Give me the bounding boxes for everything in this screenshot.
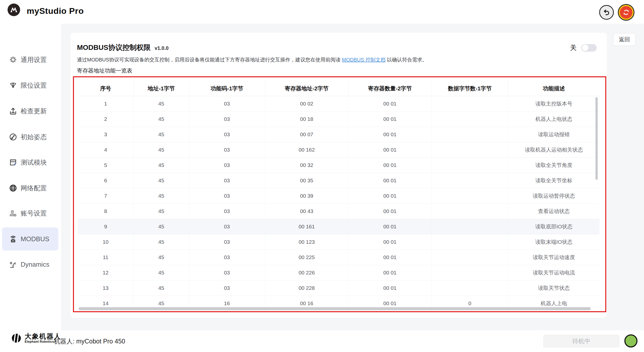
column-header: 序号 <box>78 81 134 96</box>
table-cell: 03 <box>189 142 265 158</box>
emergency-stop-button[interactable] <box>619 5 634 20</box>
table-cell: 9 <box>78 219 134 234</box>
app-window: myStudio Pro 通用设置 <box>0 0 644 352</box>
table-cell: 03 <box>189 127 265 142</box>
register-table-body: 1450300 0200 01读取主控版本号2450300 1800 01机器人… <box>78 96 599 311</box>
connection-status-indicator <box>624 334 637 347</box>
table-cell: 10 <box>78 234 134 250</box>
table-cell: 00 01 <box>348 142 431 158</box>
table-cell: 00 01 <box>348 173 431 188</box>
svg-text:TEST: TEST <box>11 160 16 163</box>
table-cell: 45 <box>134 234 189 250</box>
cell-function-description: 读取主控版本号 <box>508 96 599 112</box>
sidebar-item-limit-settings[interactable]: 限位设置 <box>0 79 61 91</box>
cell-function-description: 读取机器人运动相关状态 <box>508 142 599 158</box>
table-cell: 45 <box>134 158 189 173</box>
table-row: 6450300 3500 01读取全关节坐标 <box>78 173 599 188</box>
table-cell: 45 <box>134 219 189 234</box>
table-cell: 8 <box>78 204 134 219</box>
table-cell: 00 225 <box>265 250 348 265</box>
sidebar-item-initial-pose[interactable]: 初始姿态 <box>0 131 61 143</box>
cell-function-description: 读取全关节角度 <box>508 158 599 173</box>
modbus-enable-toggle[interactable] <box>581 44 597 52</box>
sidebar-item-network-config[interactable]: 网络配置 <box>0 182 61 194</box>
sidebar-item-check-update[interactable]: 检查更新 <box>0 105 61 117</box>
table-cell <box>431 96 508 112</box>
table-row: 4450300 16200 01读取机器人运动相关状态 <box>78 142 599 158</box>
cell-function-description: 查看运动状态 <box>508 204 599 219</box>
top-bar: myStudio Pro <box>0 0 644 24</box>
table-cell: 03 <box>189 219 265 234</box>
column-header: 数据字节数-1字节 <box>431 81 508 96</box>
table-cell: 45 <box>134 173 189 188</box>
table-row: 7450300 3900 01读取运动暂停状态 <box>78 188 599 204</box>
table-cell: 03 <box>189 96 265 112</box>
table-cell: 00 228 <box>265 280 348 296</box>
cell-function-description: 读取关节状态 <box>508 280 599 296</box>
cell-function-description: 读取运动报错 <box>508 127 599 142</box>
horizontal-scrollbar[interactable] <box>78 307 591 310</box>
table-cell: 45 <box>134 142 189 158</box>
table-cell: 00 18 <box>265 112 348 127</box>
sidebar-item-label: 测试模块 <box>21 158 47 167</box>
table-cell: 00 01 <box>348 219 431 234</box>
table-cell: 00 01 <box>348 204 431 219</box>
sidebar-item-general-settings[interactable]: 通用设置 <box>0 54 61 66</box>
sidebar-item-dynamics[interactable]: Dynamics <box>0 258 61 270</box>
description-text: 通过MODBUS协议可实现设备的交互控制，启用后设备将仅能通过下方寄存器地址进行… <box>77 57 342 62</box>
table-cell: 03 <box>189 265 265 280</box>
table-cell: 00 161 <box>265 219 348 234</box>
table-row: 9450300 16100 01读取底部IO状态 <box>78 219 599 234</box>
table-cell: 5 <box>78 158 134 173</box>
table-cell: 00 02 <box>265 96 348 112</box>
table-cell: 00 123 <box>265 234 348 250</box>
version-label: v1.0.0 <box>154 45 169 51</box>
vertical-scrollbar[interactable] <box>595 97 598 180</box>
table-cell: 6 <box>78 173 134 188</box>
standby-status-button[interactable]: 待机中 <box>543 335 619 347</box>
table-cell: 45 <box>134 204 189 219</box>
undo-button[interactable] <box>599 5 614 20</box>
table-cell <box>431 188 508 204</box>
table-row: 8450300 4300 01查看运动状态 <box>78 204 599 219</box>
column-header: 寄存器地址-2字节 <box>265 81 348 96</box>
table-cell: 03 <box>189 112 265 127</box>
toggle-state-label: 关 <box>570 43 577 52</box>
back-button[interactable]: 返回 <box>613 33 635 46</box>
sidebar-item-modbus[interactable]: MODBUS <box>0 233 61 245</box>
cell-function-description: 读取关节运动电流 <box>508 265 599 280</box>
table-cell: 00 32 <box>265 158 348 173</box>
table-row: 3450300 0700 01读取运动报错 <box>78 127 599 142</box>
sidebar-item-label: 通用设置 <box>21 55 47 64</box>
toggle-knob <box>582 45 588 51</box>
table-cell: 03 <box>189 234 265 250</box>
table-cell: 00 01 <box>348 112 431 127</box>
sidebar-item-label: 网络配置 <box>21 184 47 193</box>
table-cell: 00 01 <box>348 127 431 142</box>
column-header: 功能描述 <box>508 81 599 96</box>
cell-function-description: 读取运动暂停状态 <box>508 188 599 204</box>
robot-arm-icon <box>9 260 18 269</box>
sidebar-item-label: MODBUS <box>21 235 49 243</box>
column-header: 寄存器数量-2字节 <box>348 81 431 96</box>
table-cell: 00 01 <box>348 188 431 204</box>
table-cell: 11 <box>78 250 134 265</box>
sidebar-item-account-settings[interactable]: 账号设置 <box>0 207 61 219</box>
sidebar-item-label: 检查更新 <box>21 107 47 116</box>
table-cell <box>431 280 508 296</box>
table-cell: 00 01 <box>348 158 431 173</box>
table-cell <box>431 204 508 219</box>
account-gear-icon <box>9 209 18 218</box>
sidebar-item-label: Dynamics <box>21 261 49 268</box>
table-cell <box>431 173 508 188</box>
sidebar-item-test-module[interactable]: TEST 测试模块 <box>0 156 61 168</box>
update-upload-icon <box>9 107 18 116</box>
modbus-doc-link[interactable]: MODBUS 控制文档 <box>342 57 385 62</box>
table-row: 1450300 0200 01读取主控版本号 <box>78 96 599 112</box>
table-cell: 1 <box>78 96 134 112</box>
table-cell <box>431 158 508 173</box>
table-cell <box>431 112 508 127</box>
register-table-title: 寄存器地址功能一览表 <box>77 67 132 75</box>
table-cell: 45 <box>134 112 189 127</box>
table-cell: 00 39 <box>265 188 348 204</box>
